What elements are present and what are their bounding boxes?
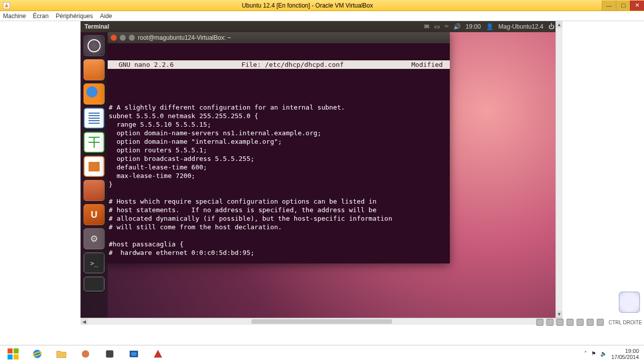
terminal-minimize-button[interactable]	[120, 35, 126, 41]
virtualbox-icon	[3, 2, 10, 9]
software-center-icon[interactable]	[84, 180, 105, 201]
taskbar-explorer-icon[interactable]	[50, 346, 72, 361]
vb-mouse-icon[interactable]	[597, 319, 604, 326]
taskbar-ie-icon[interactable]	[26, 346, 48, 361]
tray-chevron-icon[interactable]: ˄	[584, 350, 587, 357]
svg-marker-6	[154, 349, 163, 357]
vb-usb-icon[interactable]	[556, 319, 564, 326]
start-button[interactable]	[2, 346, 24, 361]
guest-desktop[interactable]: Terminal ✉ ▭ ⌔ 🔊 19:00 👤 Mag-Ubuntu12.4 …	[80, 21, 558, 318]
sound-icon[interactable]: 🔊	[453, 23, 461, 30]
workspace-icon[interactable]	[84, 277, 105, 292]
nano-version: GNU nano 2.2.6	[111, 60, 174, 69]
user-icon[interactable]: 👤	[486, 23, 494, 30]
window-title: Ubuntu 12.4 [En fonction] - Oracle VM Vi…	[13, 2, 602, 9]
maximize-button[interactable]: ▢	[616, 1, 630, 11]
session-icon[interactable]: ⏻	[548, 23, 554, 30]
terminal-title: root@magubuntu124-VirtualBox: ~	[138, 34, 231, 42]
nano-file-label: File: /etc/dhcp/dhcpd.conf	[174, 60, 411, 69]
vb-display-icon[interactable]	[587, 319, 594, 326]
vm-horizontal-scrollbar[interactable]: ◀ ▶	[80, 318, 562, 325]
mouse-integration-icon	[619, 292, 640, 313]
unity-launcher	[80, 32, 108, 318]
menu-aide[interactable]: Aide	[100, 13, 112, 20]
mail-icon[interactable]: ✉	[424, 23, 429, 30]
minimize-button[interactable]: —	[602, 1, 616, 11]
terminal-close-button[interactable]	[111, 35, 117, 41]
firefox-icon[interactable]	[84, 83, 105, 105]
terminal-titlebar[interactable]: root@magubuntu124-VirtualBox: ~	[108, 32, 450, 43]
dash-icon[interactable]	[84, 35, 105, 56]
vm-display-area: Terminal ✉ ▭ ⌔ 🔊 19:00 👤 Mag-Ubuntu12.4 …	[0, 21, 644, 327]
files-icon[interactable]	[84, 59, 105, 80]
libreoffice-calc-icon[interactable]	[84, 132, 105, 153]
battery-icon[interactable]: ▭	[434, 23, 440, 30]
scroll-down-icon[interactable]: ▼	[556, 311, 562, 318]
terminal-window: root@magubuntu124-VirtualBox: ~ GNU nano…	[108, 32, 450, 263]
menu-peripheriques[interactable]: Périphériques	[56, 13, 93, 20]
windows-taskbar: ˄ ⚑ 🔈 19:00 17/05/2014	[0, 345, 644, 362]
system-settings-icon[interactable]	[84, 228, 105, 249]
libreoffice-impress-icon[interactable]	[84, 156, 105, 177]
vm-vertical-scrollbar[interactable]: ▲ ▼	[555, 21, 562, 318]
vb-cd-icon[interactable]	[546, 319, 553, 326]
tray-date: 17/05/2014	[611, 354, 639, 360]
nano-buffer[interactable]: # A slightly different configuration for…	[108, 86, 450, 257]
host-key-label: CTRL DROITE	[609, 320, 642, 325]
taskbar-app2-icon[interactable]	[99, 346, 121, 361]
taskbar-app1-icon[interactable]	[74, 346, 97, 361]
tray-time: 19:00	[611, 348, 639, 354]
clock[interactable]: 19:00	[466, 23, 481, 30]
virtualbox-titlebar: Ubuntu 12.4 [En fonction] - Oracle VM Vi…	[0, 0, 644, 11]
svg-rect-3	[106, 350, 114, 357]
nano-modified: Modified	[412, 60, 447, 69]
scroll-left-icon[interactable]: ◀	[80, 318, 88, 325]
scroll-thumb[interactable]	[252, 319, 392, 324]
taskbar-virtualbox-icon[interactable]	[123, 346, 145, 361]
vb-hdd-icon[interactable]	[536, 319, 543, 326]
nano-header: GNU nano 2.2.6 File: /etc/dhcp/dhcpd.con…	[108, 60, 450, 69]
menu-machine[interactable]: Machine	[3, 13, 26, 20]
tray-speaker-icon[interactable]: 🔈	[600, 350, 607, 357]
libreoffice-writer-icon[interactable]	[84, 108, 105, 129]
wifi-icon[interactable]: ⌔	[445, 23, 448, 30]
virtualbox-menubar: Machine Écran Périphériques Aide	[0, 11, 644, 21]
terminal-icon[interactable]	[84, 252, 105, 274]
system-tray[interactable]: ˄ ⚑ 🔈 19:00 17/05/2014	[584, 348, 642, 360]
taskbar-app3-icon[interactable]	[147, 346, 169, 361]
menu-ecran[interactable]: Écran	[33, 13, 48, 20]
ubuntu-one-icon[interactable]	[84, 204, 105, 225]
svg-rect-5	[131, 352, 137, 355]
terminal-maximize-button[interactable]	[129, 35, 135, 41]
scroll-up-icon[interactable]: ▲	[556, 21, 562, 28]
virtualbox-statusbar: CTRL DROITE	[536, 319, 642, 326]
vb-net-icon[interactable]	[567, 319, 574, 326]
ubuntu-top-panel: Terminal ✉ ▭ ⌔ 🔊 19:00 👤 Mag-Ubuntu12.4 …	[80, 21, 558, 32]
vb-shared-icon[interactable]	[577, 319, 584, 326]
user-name[interactable]: Mag-Ubuntu12.4	[499, 23, 543, 30]
close-button[interactable]: ✕	[630, 1, 644, 11]
tray-flag-icon[interactable]: ⚑	[591, 350, 596, 357]
svg-point-2	[82, 350, 90, 357]
active-app-label: Terminal	[85, 23, 109, 30]
